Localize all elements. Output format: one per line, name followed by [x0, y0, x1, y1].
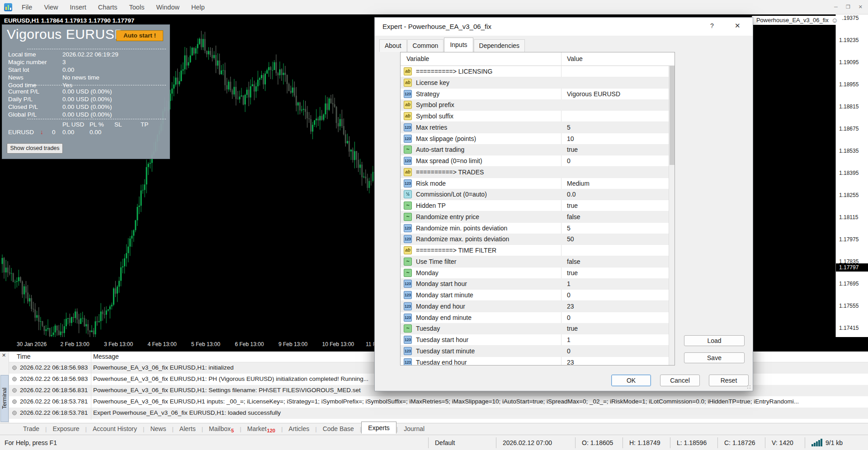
auto-start-button[interactable]: Auto start !: [116, 30, 163, 41]
show-closed-trades-button[interactable]: Show closed trades: [7, 143, 63, 154]
menu-item-help[interactable]: Help: [185, 0, 211, 14]
reset-button[interactable]: Reset: [709, 375, 749, 386]
param-value[interactable]: Medium: [567, 180, 590, 187]
bottom-tab-news[interactable]: News: [144, 423, 172, 435]
inputs-table-row[interactable]: 123Risk modeMedium: [401, 178, 669, 189]
bottom-tab-articles[interactable]: Articles: [283, 423, 315, 435]
inputs-table-row[interactable]: ab==========> LICENSING: [401, 66, 669, 77]
scrollbar-thumb[interactable]: [670, 66, 675, 165]
ea-badge[interactable]: Powerhouse_EA_v3_06_fix ☺: [752, 16, 842, 25]
price-tick-label: 1.18115: [839, 214, 867, 220]
param-value[interactable]: Vigorous EURUSD: [567, 90, 620, 98]
price-scale[interactable]: 1.193751.192351.190951.189551.188151.186…: [835, 14, 868, 337]
load-button[interactable]: Load: [684, 335, 745, 346]
menu-item-file[interactable]: File: [16, 0, 38, 14]
inputs-table-row[interactable]: abLicense key: [401, 77, 669, 89]
menu-item-tools[interactable]: Tools: [123, 0, 151, 14]
inputs-table-row[interactable]: abSymbol suffix: [401, 111, 669, 122]
param-value[interactable]: 10: [567, 135, 574, 142]
menu-item-window[interactable]: Window: [150, 0, 185, 14]
window-restore-icon[interactable]: ❐: [846, 4, 850, 10]
param-value[interactable]: true: [567, 202, 578, 209]
inputs-table-row[interactable]: ~Mondaytrue: [401, 267, 669, 279]
bottom-tab-trade[interactable]: Trade: [17, 423, 45, 435]
inputs-table-row[interactable]: 123Tuesday start hour1: [401, 334, 669, 346]
param-value[interactable]: 5: [567, 225, 571, 232]
dialog-tab-about[interactable]: About: [379, 39, 407, 52]
inputs-table-row[interactable]: 123Max retries5: [401, 122, 669, 133]
window-minimize-icon[interactable]: ─: [834, 4, 838, 10]
bottom-tab-journal[interactable]: Journal: [398, 423, 430, 435]
dialog-tab-dependencies[interactable]: Dependencies: [474, 39, 525, 52]
menu-item-charts[interactable]: Charts: [92, 0, 123, 14]
inputs-table-row[interactable]: 123Tuesday start minute0: [401, 346, 669, 357]
param-value[interactable]: true: [567, 146, 578, 153]
window-close-icon[interactable]: ✕: [859, 4, 863, 10]
param-value[interactable]: 50: [567, 235, 574, 243]
param-value[interactable]: 0: [567, 314, 571, 321]
inputs-table-row[interactable]: 123Monday end hour23: [401, 301, 669, 312]
param-value[interactable]: 0: [567, 347, 571, 355]
integer-param-icon: 123: [404, 302, 412, 310]
param-value[interactable]: 1: [567, 280, 571, 287]
ok-button[interactable]: OK: [611, 375, 651, 386]
inputs-table-row[interactable]: ~Auto-start tradingtrue: [401, 144, 669, 155]
menu-item-view[interactable]: View: [38, 0, 64, 14]
inputs-table-row[interactable]: ~Hidden TPtrue: [401, 200, 669, 211]
bottom-tab-alerts[interactable]: Alerts: [174, 423, 202, 435]
inputs-table-scrollbar[interactable]: [669, 66, 675, 366]
param-value[interactable]: 0.0: [567, 191, 576, 198]
inputs-table-row[interactable]: 123Monday end minute0: [401, 312, 669, 323]
bottom-tab-experts[interactable]: Experts: [361, 422, 396, 434]
inputs-table-row[interactable]: ~Use Time filterfalse: [401, 256, 669, 267]
price-tick-label: 1.18955: [839, 81, 867, 88]
inputs-table-row[interactable]: ~Randomize entry pricefalse: [401, 211, 669, 223]
inputs-table-row[interactable]: 123Max slippage (points)10: [401, 133, 669, 145]
dialog-resize-grip[interactable]: [747, 385, 751, 389]
inputs-table-row[interactable]: ab==========> TRADES: [401, 167, 669, 178]
inputs-table-row[interactable]: 123Monday start hour1: [401, 278, 669, 290]
param-value[interactable]: 1: [567, 336, 571, 343]
terminal-close-icon[interactable]: ✕: [2, 352, 6, 358]
param-value[interactable]: false: [567, 213, 580, 220]
inputs-table-row[interactable]: ab==========> TIME FILTER: [401, 245, 669, 256]
dialog-close-icon[interactable]: ✕: [735, 22, 741, 30]
param-value[interactable]: 23: [567, 359, 574, 366]
bottom-tab-code-base[interactable]: Code Base: [317, 423, 360, 435]
param-value[interactable]: 0: [567, 291, 571, 299]
inputs-table-row[interactable]: ~Tuesdaytrue: [401, 323, 669, 334]
inputs-table-row[interactable]: ½Commission/Lot (0=auto)0.0: [401, 189, 669, 200]
param-value[interactable]: false: [567, 258, 580, 265]
bottom-tab-exposure[interactable]: Exposure: [47, 423, 85, 435]
inputs-table-row[interactable]: 123Tuesday end hour23: [401, 357, 669, 366]
time-tick-label: 10 Feb 13:00: [322, 341, 354, 347]
dialog-tab-common[interactable]: Common: [407, 39, 444, 52]
log-time: 2026.02.22 06:18:56.983: [20, 364, 88, 371]
save-button[interactable]: Save: [684, 352, 745, 363]
cancel-button[interactable]: Cancel: [660, 375, 700, 386]
terminal-log-row[interactable]: 2026.02.22 06:18:53.781Powerhouse_EA_v3_…: [9, 396, 868, 408]
param-name: ==========> TIME FILTER: [416, 247, 496, 254]
inputs-table-row[interactable]: abSymbol prefix: [401, 99, 669, 111]
dialog-tab-inputs[interactable]: Inputs: [444, 38, 473, 52]
param-value[interactable]: 23: [567, 303, 574, 310]
inputs-table-row[interactable]: 123StrategyVigorous EURUSD: [401, 89, 669, 100]
dialog-help-icon[interactable]: ?: [710, 22, 714, 29]
param-value[interactable]: 0: [567, 157, 571, 164]
bottom-tab-market[interactable]: Market120: [241, 423, 281, 435]
dialog-title-bar[interactable]: Expert - Powerhouse_EA_v3_06_fix ? ✕: [375, 18, 753, 36]
inputs-table-row[interactable]: 123Randomize max. points deviation50: [401, 234, 669, 245]
terminal-log-row[interactable]: 2026.02.22 06:18:53.781Expert Powerhouse…: [9, 408, 868, 419]
bottom-tab-mailbox[interactable]: Mailbox5: [203, 423, 240, 435]
param-value[interactable]: true: [567, 325, 578, 332]
bottom-tab-account-history[interactable]: Account History: [87, 423, 143, 435]
string-param-icon: ab: [404, 168, 412, 176]
inputs-table-row[interactable]: 123Max spread (0=no limit)0: [401, 155, 669, 167]
menu-item-insert[interactable]: Insert: [64, 0, 92, 14]
inputs-table-row[interactable]: 123Randomize min. points deviation5: [401, 223, 669, 234]
param-value[interactable]: true: [567, 269, 578, 277]
log-message: Powerhouse_EA_v3_06_fix EURUSD,H1: Setti…: [93, 387, 361, 394]
terminal-vertical-tab[interactable]: Terminal: [0, 375, 9, 422]
param-value[interactable]: 5: [567, 124, 571, 131]
inputs-table-row[interactable]: 123Monday start minute0: [401, 290, 669, 301]
